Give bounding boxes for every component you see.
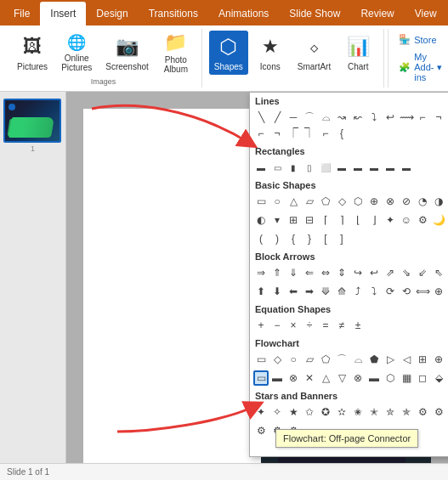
shape-rect-5[interactable]: ⬜ bbox=[318, 160, 333, 175]
shape-arrow-3[interactable]: ⇓ bbox=[286, 265, 301, 280]
shape-star-11[interactable]: ⚙ bbox=[415, 404, 430, 420]
shape-basic-13[interactable]: ◐ bbox=[253, 212, 269, 228]
shape-star-9[interactable]: ✮ bbox=[383, 404, 398, 420]
shape-basic-21[interactable]: ✦ bbox=[383, 212, 398, 228]
shape-arrow-6[interactable]: ⇕ bbox=[334, 265, 349, 280]
shape-flow-5[interactable]: ⬠ bbox=[318, 352, 333, 367]
pictures-button[interactable]: 🖼 Pictures bbox=[12, 31, 53, 75]
shape-flow-1[interactable]: ▭ bbox=[253, 352, 269, 367]
shape-flow-16[interactable]: ✕ bbox=[302, 370, 317, 386]
shape-eq-1[interactable]: + bbox=[253, 318, 269, 333]
shape-flow-10[interactable]: ◁ bbox=[399, 352, 414, 367]
tab-transitions[interactable]: Transitions bbox=[139, 2, 208, 25]
shape-flow-12[interactable]: ⊕ bbox=[431, 352, 446, 367]
shape-flow-7[interactable]: ⌓ bbox=[350, 352, 366, 367]
shape-arrow-9[interactable]: ⇗ bbox=[383, 265, 398, 280]
chart-button[interactable]: 📊 Chart bbox=[339, 31, 377, 75]
shape-star-13[interactable]: ⚙ bbox=[253, 423, 269, 438]
shape-flow-2[interactable]: ◇ bbox=[269, 352, 285, 367]
my-addins-button[interactable]: 🧩 My Add-ins ▾ bbox=[395, 50, 445, 84]
shape-line-5[interactable]: ⌓ bbox=[318, 110, 333, 125]
shape-basic-7[interactable]: ⬡ bbox=[350, 194, 366, 209]
shape-flow-17[interactable]: △ bbox=[318, 370, 333, 386]
smartart-button[interactable]: ⬦ SmartArt bbox=[292, 31, 336, 75]
shape-star-7[interactable]: ✬ bbox=[350, 404, 366, 420]
icons-button[interactable]: ★ Icons bbox=[252, 31, 289, 75]
shape-arrow-20[interactable]: ⤵ bbox=[366, 284, 382, 299]
shape-star-5[interactable]: ✪ bbox=[318, 404, 333, 420]
shape-arrow-14[interactable]: ⬇ bbox=[269, 284, 285, 299]
shape-line-4[interactable]: ⌒ bbox=[302, 110, 317, 125]
shape-flow-21[interactable]: ⬡ bbox=[383, 370, 398, 386]
shape-line-8[interactable]: ⤵ bbox=[366, 110, 382, 125]
shape-arrow-13[interactable]: ⬆ bbox=[253, 284, 269, 299]
shape-rect-4[interactable]: ▯ bbox=[302, 160, 317, 175]
shape-flow-4[interactable]: ▱ bbox=[302, 352, 317, 367]
shape-basic-14[interactable]: ▾ bbox=[269, 212, 285, 228]
shape-arrow-17[interactable]: ⟱ bbox=[318, 284, 333, 299]
shape-flow-18[interactable]: ▽ bbox=[334, 370, 349, 386]
store-button[interactable]: 🏪 Store bbox=[395, 32, 445, 47]
shape-arrow-16[interactable]: ➡ bbox=[302, 284, 317, 299]
shape-line-11[interactable]: ⌐ bbox=[415, 110, 430, 125]
shape-basic-6[interactable]: ◇ bbox=[334, 194, 349, 209]
tab-slideshow[interactable]: Slide Show bbox=[279, 2, 350, 25]
shape-flow-6[interactable]: ⌒ bbox=[334, 352, 349, 367]
shape-basic-15[interactable]: ⊞ bbox=[286, 212, 301, 228]
shape-line-18[interactable]: { bbox=[334, 126, 349, 141]
shape-basic-23[interactable]: ⚙ bbox=[415, 212, 430, 228]
shape-line-17[interactable]: ⌐ bbox=[318, 126, 333, 141]
shape-star-3[interactable]: ★ bbox=[286, 404, 301, 420]
tab-review[interactable]: Review bbox=[350, 2, 404, 25]
shape-rect-10[interactable]: ▬ bbox=[399, 160, 414, 175]
shape-arrow-10[interactable]: ⇘ bbox=[399, 265, 414, 280]
shape-arrow-12[interactable]: ⇖ bbox=[431, 265, 446, 280]
shape-star-4[interactable]: ✩ bbox=[302, 404, 317, 420]
shape-arrow-19[interactable]: ⤴ bbox=[350, 284, 366, 299]
shape-arrow-8[interactable]: ↩ bbox=[366, 265, 382, 280]
shape-eq-6[interactable]: ≠ bbox=[334, 318, 349, 333]
shape-line-16[interactable]: ⏋ bbox=[302, 126, 317, 141]
shape-star-8[interactable]: ✭ bbox=[366, 404, 382, 420]
shape-eq-3[interactable]: × bbox=[286, 318, 301, 333]
shape-arrow-11[interactable]: ⇙ bbox=[415, 265, 430, 280]
shape-basic-3[interactable]: △ bbox=[286, 194, 301, 209]
slide-thumbnail[interactable] bbox=[3, 99, 61, 143]
shape-line-12[interactable]: ¬ bbox=[431, 110, 446, 125]
shape-line-15[interactable]: ⎾ bbox=[286, 126, 301, 141]
shape-rect-8[interactable]: ▬ bbox=[366, 160, 382, 175]
shape-rect-3[interactable]: ▮ bbox=[286, 160, 301, 175]
screenshot-button[interactable]: 📷 Screenshot bbox=[100, 31, 154, 75]
tab-design[interactable]: Design bbox=[86, 2, 138, 25]
shape-flow-8[interactable]: ⬟ bbox=[366, 352, 382, 367]
shape-eq-7[interactable]: ± bbox=[350, 318, 366, 333]
shape-arrow-18[interactable]: ⟰ bbox=[334, 284, 349, 299]
shape-line-2[interactable]: ╱ bbox=[269, 110, 285, 125]
shape-basic-12[interactable]: ◑ bbox=[431, 194, 446, 209]
photo-album-button[interactable]: 📁 Photo Album bbox=[157, 31, 195, 75]
shape-basic-2[interactable]: ○ bbox=[269, 194, 285, 209]
shape-flow-20[interactable]: ▬ bbox=[366, 370, 382, 386]
tab-animations[interactable]: Animations bbox=[208, 2, 279, 25]
shape-flow-3[interactable]: ○ bbox=[286, 352, 301, 367]
shape-basic-11[interactable]: ◔ bbox=[415, 194, 430, 209]
shape-flow-14[interactable]: ▬ bbox=[269, 370, 285, 386]
shape-basic-30[interactable]: ] bbox=[334, 231, 349, 246]
shape-flow-11[interactable]: ⊞ bbox=[415, 352, 430, 367]
shape-line-3[interactable]: ─ bbox=[286, 110, 301, 125]
tab-file[interactable]: File bbox=[3, 2, 40, 25]
shape-line-6[interactable]: ↝ bbox=[334, 110, 349, 125]
shape-basic-18[interactable]: ⌉ bbox=[334, 212, 349, 228]
shape-flow-selected[interactable]: ▭ bbox=[253, 370, 269, 386]
shape-star-12[interactable]: ⚙ bbox=[431, 404, 446, 420]
shape-basic-8[interactable]: ⊕ bbox=[366, 194, 382, 209]
shape-basic-20[interactable]: ⌋ bbox=[366, 212, 382, 228]
shape-star-1[interactable]: ✦ bbox=[253, 404, 269, 420]
shape-star-2[interactable]: ✧ bbox=[269, 404, 285, 420]
shape-eq-4[interactable]: ÷ bbox=[302, 318, 317, 333]
shape-rect-6[interactable]: ▬ bbox=[334, 160, 349, 175]
shape-star-6[interactable]: ✫ bbox=[334, 404, 349, 420]
shape-line-13[interactable]: ⌐ bbox=[253, 126, 269, 141]
shape-flow-24[interactable]: ⬙ bbox=[431, 370, 446, 386]
shape-basic-26[interactable]: ) bbox=[269, 231, 285, 246]
